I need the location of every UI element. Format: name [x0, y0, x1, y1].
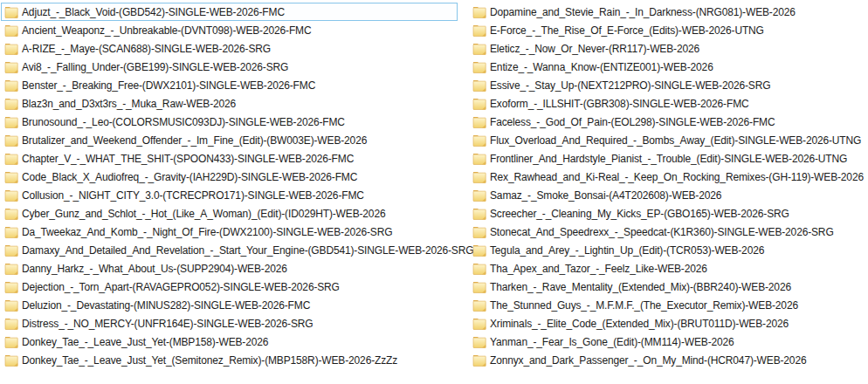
- folder-name: Distress_-_NO_MERCY-(UNFR164E)-SINGLE-WE…: [22, 318, 313, 330]
- folder-item[interactable]: Chapter_V_-_WHAT_THE_SHIT-(SPOON433)-SIN…: [1, 149, 458, 168]
- folder-icon: [472, 60, 486, 74]
- folder-item[interactable]: The_Stunned_Guys_-_M.F.M.F._(The_Executo…: [469, 296, 866, 314]
- folder-item[interactable]: Rex_Rawhead_and_Ki-Real_-_Keep_On_Rockin…: [469, 168, 866, 186]
- folder-name: Donkey_Tae_-_Leave_Just_Yet_(Semitonez_R…: [22, 354, 397, 367]
- folder-item[interactable]: Code_Black_X_Audiofreq_-_Gravity-(IAH229…: [1, 168, 458, 186]
- folder-item[interactable]: Zonnyx_and_Dark_Passenger_-_On_My_Mind-(…: [469, 351, 866, 369]
- folder-item[interactable]: A-RIZE_-_Maye-(SCAN688)-SINGLE-WEB-2026-…: [1, 39, 458, 58]
- folder-item[interactable]: Dejection_-_Torn_Apart-(RAVAGEPRO052)-SI…: [1, 278, 458, 296]
- folder-item[interactable]: Damaxy_And_Detailed_And_Revelation_-_Sta…: [1, 241, 458, 259]
- folder-item[interactable]: Xriminals_-_Elite_Code_(Extended_Mix)-(B…: [469, 314, 866, 333]
- folder-icon: [472, 170, 486, 184]
- folder-icon: [472, 280, 486, 294]
- folder-name: Eleticz_-_Now_Or_Never-(RR117)-WEB-2026: [490, 43, 699, 55]
- folder-item[interactable]: Da_Tweekaz_And_Komb_-_Night_Of_Fire-(DWX…: [1, 223, 458, 241]
- folder-item[interactable]: Benster_-_Breaking_Free-(DWX2101)-SINGLE…: [1, 76, 458, 94]
- folder-item[interactable]: Tegula_and_Arey_-_Lightin_Up_(Edit)-(TCR…: [469, 241, 866, 259]
- folder-item[interactable]: Collusion_-_NIGHT_CITY_3.0-(TCRECPRO171)…: [1, 186, 458, 204]
- folder-item[interactable]: Deluzion_-_Devastating-(MINUS282)-SINGLE…: [1, 296, 458, 314]
- folder-item[interactable]: Essive_-_Stay_Up-(NEXT212PRO)-SINGLE-WEB…: [469, 76, 866, 94]
- folder-icon: [472, 335, 486, 349]
- folder-item[interactable]: Flux_Overload_And_Required_-_Bombs_Away_…: [469, 131, 866, 149]
- folder-icon: [4, 5, 18, 19]
- folder-icon: [472, 225, 486, 239]
- file-list-column-left: Adjuzt_-_Black_Void-(GBD542)-SINGLE-WEB-…: [1, 3, 458, 369]
- folder-item[interactable]: Exoform_-_ILLSHIT-(GBR308)-SINGLE-WEB-20…: [469, 94, 866, 113]
- folder-item[interactable]: Stonecat_And_Speedrexx_-_Speedcat-(K1R36…: [469, 223, 866, 241]
- folder-icon: [472, 5, 486, 19]
- folder-name: Cyber_Gunz_and_Schlot_-_Hot_(Like_A_Woma…: [22, 208, 385, 220]
- folder-name: Ancient_Weaponz_-_Unbreakable-(DVNT098)-…: [22, 24, 311, 37]
- folder-item[interactable]: Tharken_-_Rave_Mentality_(Extended_Mix)-…: [469, 278, 866, 296]
- folder-item[interactable]: Screecher_-_Cleaning_My_Kicks_EP-(GBO165…: [469, 204, 866, 223]
- folder-name: Tha_Apex_and_Tazor_-_Feelz_Like-WEB-2026: [490, 263, 707, 275]
- file-list: Adjuzt_-_Black_Void-(GBD542)-SINGLE-WEB-…: [1, 3, 866, 369]
- folder-name: Brutalizer_and_Weekend_Offender_-_Im_Fin…: [22, 134, 367, 147]
- folder-item[interactable]: Eleticz_-_Now_Or_Never-(RR117)-WEB-2026: [469, 39, 866, 58]
- folder-name: Essive_-_Stay_Up-(NEXT212PRO)-SINGLE-WEB…: [490, 79, 770, 92]
- folder-icon: [472, 115, 486, 129]
- folder-name: The_Stunned_Guys_-_M.F.M.F._(The_Executo…: [490, 299, 798, 312]
- folder-name: Dejection_-_Torn_Apart-(RAVAGEPRO052)-SI…: [22, 281, 340, 293]
- folder-item[interactable]: Danny_Harkz_-_What_About_Us-(SUPP2904)-W…: [1, 259, 458, 278]
- folder-item[interactable]: Ancient_Weaponz_-_Unbreakable-(DVNT098)-…: [1, 21, 458, 39]
- folder-name: Screecher_-_Cleaning_My_Kicks_EP-(GBO165…: [490, 208, 789, 220]
- folder-name: Adjuzt_-_Black_Void-(GBD542)-SINGLE-WEB-…: [22, 6, 285, 18]
- folder-icon: [472, 42, 486, 56]
- folder-name: Avi8_-_Falling_Under-(GBE199)-SINGLE-WEB…: [22, 61, 288, 73]
- folder-item[interactable]: Dopamine_and_Stevie_Rain_-_In_Darkness-(…: [469, 3, 866, 21]
- folder-name: Zonnyx_and_Dark_Passenger_-_On_My_Mind-(…: [490, 354, 806, 367]
- folder-icon: [472, 152, 486, 166]
- folder-name: Danny_Harkz_-_What_About_Us-(SUPP2904)-W…: [22, 263, 287, 275]
- folder-icon: [472, 353, 486, 367]
- folder-icon: [472, 317, 486, 331]
- folder-item[interactable]: Frontliner_And_Hardstyle_Pianist_-_Troub…: [469, 149, 866, 168]
- folder-item[interactable]: Entize_-_Wanna_Know-(ENTIZE001)-WEB-2026: [469, 58, 866, 76]
- folder-item[interactable]: Adjuzt_-_Black_Void-(GBD542)-SINGLE-WEB-…: [1, 3, 458, 21]
- folder-item[interactable]: Distress_-_NO_MERCY-(UNFR164E)-SINGLE-WE…: [1, 314, 458, 333]
- folder-icon: [4, 225, 18, 239]
- folder-name: Dopamine_and_Stevie_Rain_-_In_Darkness-(…: [490, 6, 796, 18]
- folder-icon: [4, 353, 18, 367]
- folder-name: Yanman_-_Fear_Is_Gone_(Edit)-(MM114)-WEB…: [490, 336, 734, 348]
- folder-icon: [4, 170, 18, 184]
- folder-item[interactable]: Brutalizer_and_Weekend_Offender_-_Im_Fin…: [1, 131, 458, 149]
- folder-name: Benster_-_Breaking_Free-(DWX2101)-SINGLE…: [22, 79, 315, 92]
- folder-item[interactable]: Donkey_Tae_-_Leave_Just_Yet_(Semitonez_R…: [1, 351, 458, 369]
- folder-name: Flux_Overload_And_Required_-_Bombs_Away_…: [490, 134, 861, 147]
- folder-name: Code_Black_X_Audiofreq_-_Gravity-(IAH229…: [22, 171, 357, 183]
- folder-name: Exoform_-_ILLSHIT-(GBR308)-SINGLE-WEB-20…: [490, 98, 749, 110]
- folder-name: Samaz_-_Smoke_Bonsai-(A4T202608)-WEB-202…: [490, 189, 721, 202]
- folder-icon: [472, 134, 486, 147]
- folder-icon: [4, 262, 18, 276]
- folder-icon: [472, 24, 486, 38]
- folder-icon: [4, 152, 18, 166]
- folder-item[interactable]: Cyber_Gunz_and_Schlot_-_Hot_(Like_A_Woma…: [1, 204, 458, 223]
- folder-icon: [4, 298, 18, 312]
- folder-icon: [4, 24, 18, 38]
- folder-item[interactable]: Brunosound_-_Leo-(COLORSMUSIC093DJ)-SING…: [1, 113, 458, 131]
- folder-name: Entize_-_Wanna_Know-(ENTIZE001)-WEB-2026: [490, 61, 713, 73]
- folder-name: E-Force_-_The_Rise_Of_E-Force_(Edits)-WE…: [490, 24, 764, 37]
- folder-item[interactable]: Avi8_-_Falling_Under-(GBE199)-SINGLE-WEB…: [1, 58, 458, 76]
- folder-item[interactable]: Samaz_-_Smoke_Bonsai-(A4T202608)-WEB-202…: [469, 186, 866, 204]
- folder-item[interactable]: Donkey_Tae_-_Leave_Just_Yet-(MBP158)-WEB…: [1, 333, 458, 351]
- folder-icon: [4, 60, 18, 74]
- folder-icon: [472, 262, 486, 276]
- folder-name: Faceless_-_God_Of_Pain-(EOL298)-SINGLE-W…: [490, 116, 775, 128]
- folder-name: Brunosound_-_Leo-(COLORSMUSIC093DJ)-SING…: [22, 116, 345, 128]
- folder-name: Tharken_-_Rave_Mentality_(Extended_Mix)-…: [490, 281, 791, 293]
- folder-icon: [4, 280, 18, 294]
- folder-icon: [4, 42, 18, 56]
- folder-item[interactable]: Tha_Apex_and_Tazor_-_Feelz_Like-WEB-2026: [469, 259, 866, 278]
- folder-item[interactable]: Blaz3n_and_D3xt3rs_-_Muka_Raw-WEB-2026: [1, 94, 458, 113]
- folder-item[interactable]: Faceless_-_God_Of_Pain-(EOL298)-SINGLE-W…: [469, 113, 866, 131]
- folder-item[interactable]: E-Force_-_The_Rise_Of_E-Force_(Edits)-WE…: [469, 21, 866, 39]
- folder-icon: [472, 189, 486, 202]
- folder-icon: [4, 317, 18, 331]
- folder-icon: [4, 115, 18, 129]
- folder-name: Collusion_-_NIGHT_CITY_3.0-(TCRECPRO171)…: [22, 189, 364, 202]
- folder-name: Frontliner_And_Hardstyle_Pianist_-_Troub…: [490, 153, 847, 165]
- folder-item[interactable]: Yanman_-_Fear_Is_Gone_(Edit)-(MM114)-WEB…: [469, 333, 866, 351]
- file-list-column-right: Dopamine_and_Stevie_Rain_-_In_Darkness-(…: [469, 3, 866, 369]
